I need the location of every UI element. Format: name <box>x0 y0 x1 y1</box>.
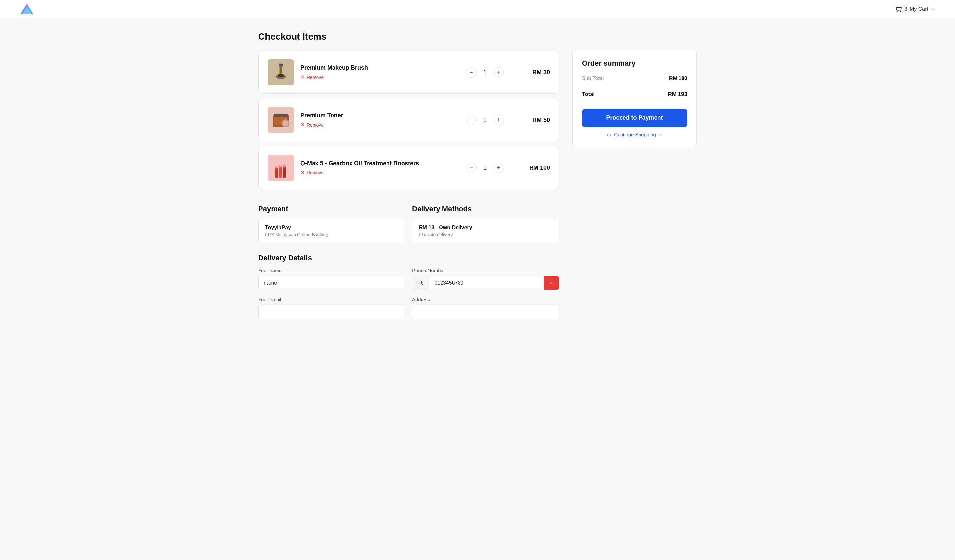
increase-qty-2-button[interactable]: + <box>493 115 504 125</box>
item-image-2 <box>268 107 294 133</box>
delivery-details-title: Delivery Details <box>258 254 559 262</box>
total-row: Total RM 193 <box>582 91 687 97</box>
or-text: or <box>607 132 611 138</box>
phone-prefix: +6 <box>412 276 429 290</box>
delivery-method-name: RM 13 - Own Delivery <box>419 225 553 231</box>
phone-input[interactable] <box>429 276 544 290</box>
payment-delivery-row: Payment ToyyibPay FPX Malaysian Online B… <box>258 194 559 243</box>
qty-controls-3: − 1 + <box>466 163 504 173</box>
main-content: Checkout Items Premium Makeup Brush <box>239 18 716 339</box>
decrease-qty-1-button[interactable]: − <box>466 67 476 78</box>
continue-shopping-row: or Continue Shopping → <box>582 132 687 138</box>
payment-section-title: Payment <box>258 205 405 213</box>
svg-rect-7 <box>279 64 283 67</box>
remove-item-3-button[interactable]: ✕ Remove <box>301 169 324 176</box>
phone-field-group: Phone Number +6 <box>412 267 559 290</box>
delivery-methods-section: Delivery Methods RM 13 - Own Delivery Fl… <box>412 194 559 243</box>
remove-item-1-button[interactable]: ✕ Remove <box>301 74 324 80</box>
email-label: Your email <box>258 297 405 302</box>
qty-controls-1: − 1 + <box>466 67 504 78</box>
proceed-to-payment-button[interactable]: Proceed to Payment <box>582 109 687 127</box>
phone-label: Phone Number <box>412 267 559 273</box>
remove-x-icon: ✕ <box>301 74 305 80</box>
svg-point-25 <box>549 283 550 283</box>
svg-point-2 <box>897 11 897 12</box>
svg-rect-6 <box>280 65 282 75</box>
page-title: Checkout Items <box>258 31 559 42</box>
address-input[interactable] <box>412 305 559 319</box>
left-column: Checkout Items Premium Makeup Brush <box>258 31 559 326</box>
svg-rect-8 <box>278 74 284 77</box>
logo-icon <box>20 2 34 16</box>
item-name-1: Premium Makeup Brush <box>301 64 460 71</box>
remove-item-2-button[interactable]: ✕ Remove <box>301 122 324 128</box>
subtotal-row: Sub Total RM 180 <box>582 75 687 81</box>
email-field-group: Your email <box>258 297 405 319</box>
name-label: Your name <box>258 267 405 273</box>
svg-rect-18 <box>283 169 286 178</box>
item-price-2: RM 50 <box>524 117 550 124</box>
name-input[interactable] <box>258 276 405 290</box>
qty-value-2: 1 <box>482 117 488 124</box>
payment-method-sub: FPX Malaysian Online Banking <box>265 232 399 237</box>
arrow-icon: → <box>657 132 662 138</box>
brush-image <box>269 61 292 84</box>
payment-section: Payment ToyyibPay FPX Malaysian Online B… <box>258 194 405 243</box>
svg-point-22 <box>275 166 278 169</box>
cart-item: Q-Max 5 - Gearbox Oil Treatment Boosters… <box>258 147 559 189</box>
total-value: RM 193 <box>668 91 687 97</box>
delivery-form-row-1: Your name Phone Number +6 <box>258 267 559 290</box>
address-label: Address <box>412 297 559 302</box>
svg-point-26 <box>551 283 552 283</box>
cart-label: 8 <box>904 6 907 12</box>
phone-action-button[interactable] <box>544 276 559 290</box>
item-image-1 <box>268 59 294 85</box>
item-name-2: Premium Toner <box>301 112 460 119</box>
increase-qty-3-button[interactable]: + <box>493 163 504 173</box>
delivery-method-sub: Flat rate delivery <box>419 232 553 237</box>
cart-icon <box>894 6 902 13</box>
continue-label: Continue Shopping <box>614 132 656 138</box>
item-image-3 <box>268 155 294 181</box>
decrease-qty-3-button[interactable]: − <box>466 163 476 173</box>
decrease-qty-2-button[interactable]: − <box>466 115 476 125</box>
svg-point-24 <box>283 165 286 167</box>
delivery-form-row-2: Your email Address <box>258 297 559 319</box>
svg-rect-17 <box>279 168 282 178</box>
qty-value-3: 1 <box>482 164 488 171</box>
remove-label-2: Remove <box>307 122 324 128</box>
delivery-method-card[interactable]: RM 13 - Own Delivery Flat rate delivery <box>412 219 559 243</box>
item-info-1: Premium Makeup Brush ✕ Remove <box>301 64 460 80</box>
item-price-3: RM 100 <box>524 164 550 171</box>
svg-point-23 <box>279 164 282 167</box>
summary-divider <box>582 86 687 86</box>
svg-point-14 <box>283 121 288 126</box>
logo <box>20 2 34 16</box>
order-summary-title: Order summary <box>582 59 687 68</box>
address-field-group: Address <box>412 297 559 319</box>
lipstick-image <box>268 155 294 181</box>
chevron-down-icon <box>931 7 935 11</box>
payment-method-name: ToyyibPay <box>265 225 399 231</box>
remove-label-3: Remove <box>307 170 324 175</box>
email-input[interactable] <box>258 305 405 319</box>
item-info-3: Q-Max 5 - Gearbox Oil Treatment Boosters… <box>301 160 460 176</box>
svg-point-27 <box>553 283 554 283</box>
order-summary-card: Order summary Sub Total RM 180 Total RM … <box>572 50 697 147</box>
svg-rect-16 <box>275 169 278 178</box>
my-cart-button[interactable]: 8 My Cart <box>894 6 935 13</box>
dots-icon <box>548 280 554 286</box>
subtotal-label: Sub Total <box>582 75 603 81</box>
qty-value-1: 1 <box>482 69 488 76</box>
continue-shopping-link[interactable]: Continue Shopping → <box>614 132 662 138</box>
delivery-methods-title: Delivery Methods <box>412 205 559 213</box>
name-field-group: Your name <box>258 267 405 290</box>
increase-qty-1-button[interactable]: + <box>493 67 504 78</box>
qty-controls-2: − 1 + <box>466 115 504 125</box>
remove-label-1: Remove <box>307 75 324 80</box>
svg-rect-12 <box>274 114 288 117</box>
payment-method-card[interactable]: ToyyibPay FPX Malaysian Online Banking <box>258 219 405 243</box>
cart-item: Premium Toner ✕ Remove − 1 + RM 50 <box>258 99 559 141</box>
cart-items-list: Premium Makeup Brush ✕ Remove − 1 + RM 3… <box>258 51 559 189</box>
item-price-1: RM 30 <box>524 69 550 76</box>
